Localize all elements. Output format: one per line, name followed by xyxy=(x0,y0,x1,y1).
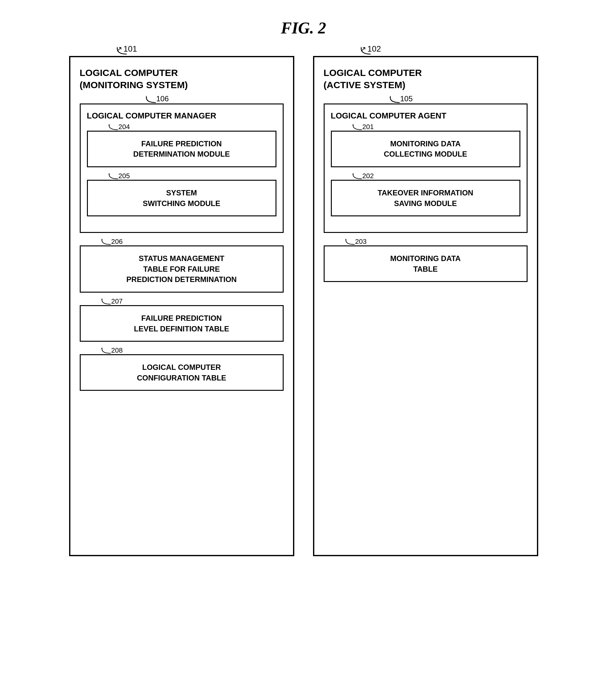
ref-106: 106 xyxy=(156,94,169,103)
ref-208: 208 xyxy=(111,346,123,355)
arrow-101 xyxy=(114,45,130,55)
ref-205: 205 xyxy=(119,172,130,180)
logical-computer-manager-box: 106 LOGICAL COMPUTER MANAGER 204 FAILURE… xyxy=(80,104,284,233)
manager-title: LOGICAL COMPUTER MANAGER xyxy=(87,111,276,121)
module-202: 202 TAKEOVER INFORMATIONSAVING MODULE xyxy=(331,180,520,216)
table-203: 203 MONITORING DATATABLE xyxy=(324,246,527,282)
module-204-label: FAILURE PREDICTIONDETERMINATION MODULE xyxy=(94,139,269,160)
agent-title: LOGICAL COMPUTER AGENT xyxy=(331,111,520,121)
module-201-label: MONITORING DATACOLLECTING MODULE xyxy=(338,139,513,160)
table-208-label: LOGICAL COMPUTERCONFIGURATION TABLE xyxy=(87,362,276,383)
computer-101-label: LOGICAL COMPUTER (MONITORING SYSTEM) xyxy=(80,67,284,91)
table-206: 206 STATUS MANAGEMENTTABLE FOR FAILUREPR… xyxy=(80,246,284,293)
svg-marker-10 xyxy=(352,173,354,174)
ref-201: 201 xyxy=(362,123,374,131)
svg-marker-11 xyxy=(345,238,347,240)
svg-marker-0 xyxy=(117,47,118,48)
table-208: 208 LOGICAL COMPUTERCONFIGURATION TABLE xyxy=(80,354,284,391)
ref-206: 206 xyxy=(111,238,123,246)
figure-title: FIG. 2 xyxy=(281,19,326,37)
table-207-label: FAILURE PREDICTIONLEVEL DEFINITION TABLE xyxy=(87,313,276,334)
table-206-label: STATUS MANAGEMENTTABLE FOR FAILUREPREDIC… xyxy=(87,253,276,285)
svg-marker-9 xyxy=(352,124,354,125)
ref-204: 204 xyxy=(119,123,130,131)
module-204: 204 FAILURE PREDICTIONDETERMINATION MODU… xyxy=(87,131,276,167)
module-205: 205 SYSTEMSWITCHING MODULE xyxy=(87,180,276,216)
table-207: 207 FAILURE PREDICTIONLEVEL DEFINITION T… xyxy=(80,305,284,342)
module-202-label: TAKEOVER INFORMATIONSAVING MODULE xyxy=(338,188,513,209)
ref-203: 203 xyxy=(355,238,367,246)
table-203-label: MONITORING DATATABLE xyxy=(331,253,520,274)
svg-marker-1 xyxy=(146,96,147,98)
svg-marker-7 xyxy=(360,47,362,48)
diagram-container: 101 LOGICAL COMPUTER (MONITORING SYSTEM)… xyxy=(69,56,538,556)
svg-marker-8 xyxy=(390,96,391,98)
computer-102-label: LOGICAL COMPUTER (ACTIVE SYSTEM) xyxy=(324,67,527,91)
ref-207: 207 xyxy=(111,297,123,305)
module-201: 201 MONITORING DATACOLLECTING MODULE xyxy=(331,131,520,167)
svg-marker-2 xyxy=(108,124,110,125)
computer-monitoring: 101 LOGICAL COMPUTER (MONITORING SYSTEM)… xyxy=(69,56,294,556)
svg-marker-3 xyxy=(108,173,110,174)
computer-active: 102 LOGICAL COMPUTER (ACTIVE SYSTEM) 105… xyxy=(313,56,538,556)
ref-105: 105 xyxy=(400,94,413,103)
module-205-label: SYSTEMSWITCHING MODULE xyxy=(94,188,269,209)
svg-marker-4 xyxy=(101,238,103,240)
arrow-102 xyxy=(358,45,374,55)
logical-computer-agent-box: 105 LOGICAL COMPUTER AGENT 201 MONITORIN… xyxy=(324,104,527,233)
ref-202: 202 xyxy=(362,172,374,180)
svg-marker-6 xyxy=(101,347,103,349)
svg-marker-5 xyxy=(101,298,103,300)
